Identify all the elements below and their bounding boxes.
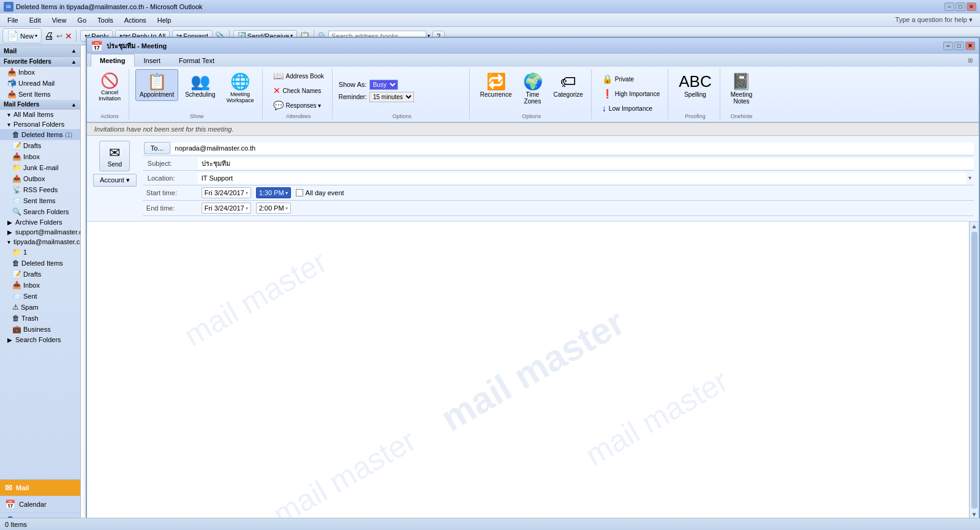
- to-button[interactable]: To...: [144, 142, 170, 154]
- appointment-button[interactable]: 📋 Appointment: [135, 69, 178, 101]
- menu-view[interactable]: View: [47, 15, 72, 25]
- nav-calendar-button[interactable]: 📅 Calendar: [0, 496, 80, 513]
- sidebar-item-rss[interactable]: 📡 RSS Feeds: [0, 184, 80, 195]
- show-as-select[interactable]: Busy: [369, 80, 398, 90]
- menu-edit[interactable]: Edit: [24, 15, 46, 25]
- to-input[interactable]: [172, 143, 974, 154]
- show-buttons: 📋 Appointment 👥 Scheduling 🌐 MeetingWork…: [135, 69, 258, 112]
- meeting-body[interactable]: mail master mail master mail master mail…: [87, 221, 979, 519]
- scheduling-button[interactable]: 👥 Scheduling: [181, 69, 219, 101]
- maximize-button[interactable]: □: [956, 2, 965, 11]
- sidebar-item-support[interactable]: ▶ support@mailmaster.co: [0, 227, 80, 237]
- sidebar-item-tipyada-1[interactable]: 📁 1: [0, 247, 80, 258]
- start-date-select[interactable]: Fri 3/24/2017 ▾: [202, 187, 251, 198]
- time-zones-button[interactable]: 🌍 TimeZones: [519, 69, 547, 108]
- start-time-select[interactable]: 1:30 PM ▾: [256, 187, 291, 198]
- sidebar-item-tipyada-sent[interactable]: 📨 Sent: [0, 291, 80, 302]
- high-importance-button[interactable]: ❗ High Importance: [598, 87, 664, 100]
- scroll-thumb[interactable]: [971, 232, 978, 509]
- sidebar-item-search-personal[interactable]: 🔍 Search Folders: [0, 206, 80, 217]
- ribbon-group-private: 🔒 Private ❗ High Importance ↓ Low Import…: [594, 69, 668, 119]
- cancel-invitation-button[interactable]: 🚫 CancelInvitation: [94, 69, 125, 112]
- watermark-3: mail master: [579, 363, 734, 472]
- mail-arrow-icon: ▲: [71, 48, 77, 54]
- sidebar-item-inbox[interactable]: 📥 Inbox: [0, 151, 80, 162]
- sidebar-item-junk[interactable]: 📁 Junk E-mail: [0, 162, 80, 173]
- scroll-up-icon[interactable]: ▲: [970, 222, 979, 231]
- meeting-workspace-button[interactable]: 🌐 MeetingWorkspace: [222, 69, 258, 106]
- sidebar-item-tipyada-business[interactable]: 💼 Business: [0, 324, 80, 335]
- subject-input[interactable]: [198, 158, 974, 169]
- attendees-group-label: Attendees: [269, 112, 328, 119]
- reminder-select[interactable]: 15 minutes: [369, 92, 414, 102]
- meeting-scroll[interactable]: ▲ ▼: [969, 222, 979, 519]
- all-mail-icon: ▾: [7, 111, 10, 118]
- address-book-button[interactable]: 📖 Address Book: [269, 69, 328, 83]
- recurrence-button[interactable]: 🔁 Recurrence: [476, 69, 516, 101]
- new-button[interactable]: 📄 New ▾: [2, 28, 42, 43]
- location-dropdown-icon[interactable]: ▾: [966, 173, 974, 182]
- start-date-arrow-icon: ▾: [246, 190, 248, 196]
- sidebar-item-deleted-items[interactable]: 🗑 Deleted Items (1): [0, 129, 80, 140]
- sidebar-item-tipyada-spam[interactable]: ⚠ Spam: [0, 302, 80, 313]
- spelling-button[interactable]: ABC Spelling: [674, 69, 715, 101]
- print-icon[interactable]: 🖨: [44, 31, 54, 42]
- sidebar-item-tipyada-drafts[interactable]: 📝 Drafts: [0, 269, 80, 280]
- meeting-notes-button[interactable]: 📓 MeetingNotes: [726, 69, 757, 108]
- sidebar-item-personal-folders[interactable]: ▾ Personal Folders: [0, 119, 80, 129]
- account-button[interactable]: Account ▾: [93, 174, 137, 187]
- sidebar-item-inbox-fav[interactable]: 📥 Inbox: [0, 67, 80, 78]
- menu-file[interactable]: File: [2, 15, 23, 25]
- ribbon-group-proofing: ABC Spelling Proofing: [671, 69, 720, 119]
- sidebar-item-tipyada[interactable]: ▾ tipyada@mailmaster.co.: [0, 237, 80, 247]
- sidebar-item-search-folders[interactable]: ▶ Search Folders: [0, 335, 80, 345]
- sidebar-item-tipyada-deleted[interactable]: 🗑 Deleted Items: [0, 258, 80, 269]
- check-names-button[interactable]: ✕ Check Names: [269, 84, 328, 97]
- low-importance-button[interactable]: ↓ Low Importance: [598, 102, 664, 115]
- sidebar-item-sent[interactable]: 📨 Sent Items: [0, 195, 80, 206]
- location-input[interactable]: [198, 173, 966, 184]
- sidebar-item-outbox[interactable]: 📤 Outbox: [0, 173, 80, 184]
- undo-icon[interactable]: ↩: [56, 32, 62, 40]
- sidebar-item-all-mail[interactable]: ▾ All Mail Items: [0, 110, 80, 119]
- sidebar-item-sent-fav[interactable]: 📤 Sent Items: [0, 89, 80, 100]
- meeting-close-button[interactable]: ✕: [965, 42, 975, 50]
- private-button[interactable]: 🔒 Private: [598, 72, 664, 86]
- menu-go[interactable]: Go: [72, 15, 91, 25]
- sidebar-item-tipyada-inbox[interactable]: 📥 Inbox: [0, 280, 80, 291]
- meeting-minimize-button[interactable]: −: [943, 42, 953, 50]
- sidebar-item-unread-mail[interactable]: 📬 Unread Mail: [0, 78, 80, 89]
- meeting-maximize-button[interactable]: □: [954, 42, 964, 50]
- end-time-select[interactable]: 2:00 PM ▾: [256, 203, 291, 214]
- tab-format-text[interactable]: Format Text: [170, 54, 224, 67]
- end-date-select[interactable]: Fri 3/24/2017 ▾: [202, 203, 251, 214]
- responses-button[interactable]: 💬 Responses ▾: [269, 99, 328, 112]
- meeting-window-controls[interactable]: − □ ✕: [943, 42, 975, 50]
- categorize-button[interactable]: 🏷 Categorize: [549, 69, 587, 101]
- start-date-value: Fri 3/24/2017: [205, 189, 244, 196]
- menu-actions[interactable]: Actions: [119, 15, 151, 25]
- sidebar-item-archive[interactable]: ▶ Archive Folders: [0, 217, 80, 227]
- menu-help[interactable]: Help: [153, 15, 176, 25]
- sidebar-item-tipyada-trash[interactable]: 🗑 Trash: [0, 313, 80, 324]
- tab-insert[interactable]: Insert: [135, 54, 170, 67]
- delete-icon[interactable]: ✕: [65, 31, 72, 41]
- menu-tools[interactable]: Tools: [92, 15, 118, 25]
- minimize-button[interactable]: −: [944, 2, 954, 11]
- sent-fav-icon: 📤: [7, 90, 17, 99]
- close-button[interactable]: ✕: [967, 2, 976, 11]
- ask-question[interactable]: Type a question for help ▾: [891, 15, 978, 25]
- search-personal-label: Search Folders: [23, 208, 69, 215]
- mail-header[interactable]: Mail ▲: [0, 45, 80, 57]
- nav-contacts-button[interactable]: 👤 Contacts: [0, 513, 80, 518]
- send-button[interactable]: ✉ Send: [99, 141, 130, 171]
- ribbon-expand-icon[interactable]: ⊞: [968, 57, 973, 64]
- sidebar-item-drafts[interactable]: 📝 Drafts: [0, 140, 80, 151]
- tab-meeting[interactable]: Meeting: [91, 54, 135, 67]
- allday-checkbox[interactable]: [296, 189, 303, 196]
- window-controls[interactable]: − □ ✕: [944, 2, 976, 11]
- nav-mail-button[interactable]: ✉ Mail: [0, 480, 80, 496]
- favorite-folders-header[interactable]: Favorite Folders ▲: [0, 57, 80, 67]
- mail-folders-header[interactable]: Mail Folders ▲: [0, 100, 80, 110]
- allday-checkbox-label[interactable]: All day event: [296, 189, 344, 196]
